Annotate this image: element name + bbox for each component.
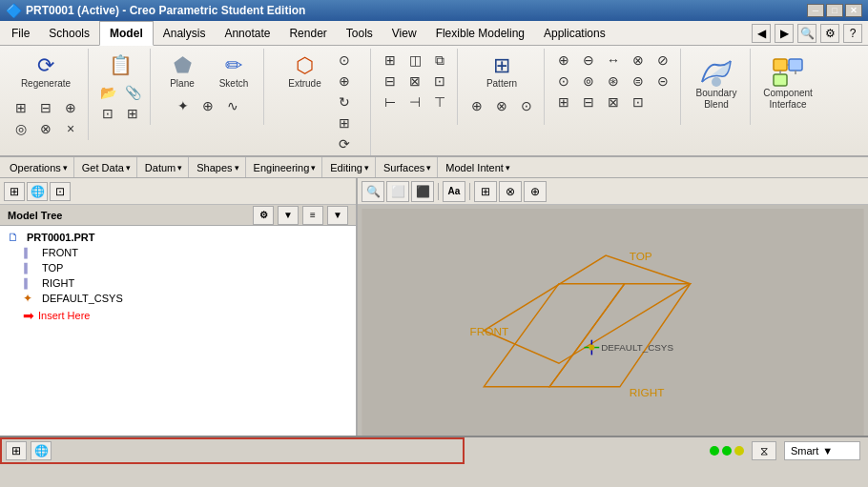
close-button[interactable]: ✕ (845, 4, 862, 17)
edit-btn-9[interactable]: ⊜ (627, 71, 650, 91)
options-btn[interactable]: ⚙ (820, 24, 839, 43)
shapes-sub-2[interactable]: ⊕ (333, 71, 356, 91)
menu-schools[interactable]: Schools (39, 21, 99, 45)
datum-sub-3[interactable]: ∿ (221, 96, 244, 115)
datum-sub-1[interactable]: ✦ (172, 96, 195, 115)
shapes-sub-1[interactable]: ⊙ (333, 51, 356, 70)
edit-btn-5[interactable]: ⊘ (651, 51, 674, 70)
regen-sub-4[interactable]: ◎ (10, 119, 32, 138)
tree-expand-btn[interactable]: ▼ (327, 206, 348, 225)
menu-render[interactable]: Render (279, 21, 336, 45)
tree-dropdown-btn[interactable]: ▼ (278, 206, 299, 225)
sub-shapes[interactable]: Shapes ▾ (191, 157, 245, 177)
edit-btn-1[interactable]: ⊕ (552, 51, 575, 70)
sub-getdata[interactable]: Get Data ▾ (76, 157, 137, 177)
edit-btn-3[interactable]: ↔ (602, 51, 625, 70)
smart-select-dropdown[interactable]: Smart ▼ (784, 441, 860, 460)
eng-btn-6[interactable]: ⊡ (428, 71, 451, 91)
tree-settings-btn[interactable]: ⚙ (253, 206, 274, 225)
plane-button[interactable]: ⬟ Plane (158, 51, 206, 94)
menu-tools[interactable]: Tools (337, 21, 382, 45)
status-globe-btn[interactable]: 🌐 (31, 441, 52, 460)
tree-item-top[interactable]: ∥ TOP (8, 260, 348, 275)
vp-dark-btn[interactable]: ⬛ (411, 181, 434, 202)
status-grid-btn[interactable]: ⊞ (6, 441, 27, 460)
scroll-left-btn[interactable]: ◀ (752, 24, 771, 43)
tree-item-front[interactable]: ∥ FRONT (8, 245, 348, 260)
boundary-blend-button[interactable]: BoundaryBlend (689, 51, 744, 115)
shapes-sub-5[interactable]: ⟳ (333, 134, 356, 153)
getdata-sub-4[interactable]: ⊞ (121, 104, 144, 123)
tree-item-prt0001[interactable]: 🗋 PRT0001.PRT (8, 230, 348, 245)
regenerate-button[interactable]: ⟳ Regenerate (22, 51, 70, 94)
shapes-sub-3[interactable]: ↻ (333, 92, 356, 112)
minimize-button[interactable]: ─ (807, 4, 824, 17)
scroll-right-btn[interactable]: ▶ (775, 24, 794, 43)
sub-surfaces[interactable]: Surfaces ▾ (378, 157, 438, 177)
insert-here-item[interactable]: ➡ Insert Here (8, 306, 348, 325)
eng-btn-2[interactable]: ◫ (403, 51, 426, 70)
vp-cross-btn[interactable]: ⊗ (499, 181, 522, 202)
component-interface-button[interactable]: ComponentInterface (758, 51, 817, 115)
status-filter-btn[interactable]: ⧖ (752, 441, 776, 460)
regen-sub-6[interactable]: × (59, 119, 82, 138)
menu-model[interactable]: Model (99, 21, 154, 46)
tree-menu-btn[interactable]: ≡ (302, 206, 323, 225)
edit-btn-13[interactable]: ⊠ (602, 92, 625, 112)
vp-plus-btn[interactable]: ⊕ (524, 181, 547, 202)
edit-btn-11[interactable]: ⊞ (552, 92, 575, 112)
getdata-sub-1[interactable]: 📂 (96, 83, 119, 102)
edit-btn-6[interactable]: ⊙ (552, 71, 575, 91)
tree-item-csys[interactable]: ✦ DEFAULT_CSYS (8, 291, 348, 306)
edit-btn-12[interactable]: ⊟ (577, 92, 600, 112)
eng-btn-5[interactable]: ⊠ (403, 71, 426, 91)
menu-applications[interactable]: Applications (534, 21, 615, 45)
vp-rect-btn[interactable]: ⬜ (386, 181, 409, 202)
pattern-sub-2[interactable]: ⊗ (490, 96, 513, 115)
menu-view[interactable]: View (382, 21, 426, 45)
getdata-main-btn[interactable]: 📋 (96, 51, 144, 81)
eng-btn-3[interactable]: ⧉ (428, 51, 451, 70)
vp-search-btn[interactable]: 🔍 (362, 181, 384, 202)
eng-btn-7[interactable]: ⊢ (379, 92, 402, 112)
edit-btn-14[interactable]: ⊡ (627, 92, 650, 112)
pattern-sub-3[interactable]: ⊙ (515, 96, 538, 115)
search-btn[interactable]: 🔍 (797, 24, 816, 43)
edit-btn-2[interactable]: ⊖ (577, 51, 600, 70)
regen-sub-1[interactable]: ⊞ (10, 98, 32, 117)
regen-sub-3[interactable]: ⊕ (59, 98, 82, 117)
sub-datum[interactable]: Datum ▾ (139, 157, 189, 177)
panel-btn-table[interactable]: ⊡ (50, 182, 71, 201)
vp-grid-btn[interactable]: ⊞ (474, 181, 497, 202)
panel-btn-grid[interactable]: ⊞ (4, 182, 25, 201)
menu-file[interactable]: File (2, 21, 39, 45)
edit-btn-8[interactable]: ⊛ (602, 71, 625, 91)
model-canvas[interactable]: FRONT TOP RIGHT DEFAULT_CSYS (358, 209, 868, 436)
pattern-sub-1[interactable]: ⊕ (465, 96, 488, 115)
sketch-button[interactable]: ✏ Sketch (210, 51, 258, 94)
menu-flexible[interactable]: Flexible Modeling (426, 21, 534, 45)
eng-btn-9[interactable]: ⊤ (428, 92, 451, 112)
maximize-button[interactable]: □ (826, 4, 843, 17)
pattern-button[interactable]: ⊞ Pattern (478, 51, 526, 94)
edit-btn-4[interactable]: ⊗ (627, 51, 650, 70)
regen-sub-5[interactable]: ⊗ (34, 119, 57, 138)
edit-btn-10[interactable]: ⊝ (651, 71, 674, 91)
sub-modelintent[interactable]: Model Intent ▾ (440, 157, 516, 177)
vp-text-btn[interactable]: Aa (443, 181, 465, 202)
eng-btn-1[interactable]: ⊞ (379, 51, 402, 70)
eng-btn-8[interactable]: ⊣ (403, 92, 426, 112)
window-controls[interactable]: ─ □ ✕ (807, 4, 862, 17)
panel-btn-globe[interactable]: 🌐 (27, 182, 48, 201)
sub-editing[interactable]: Editing ▾ (324, 157, 376, 177)
menu-annotate[interactable]: Annotate (215, 21, 279, 45)
getdata-sub-3[interactable]: ⊡ (96, 104, 119, 123)
sub-operations[interactable]: Operations ▾ (4, 157, 74, 177)
regen-sub-2[interactable]: ⊟ (34, 98, 57, 117)
menu-analysis[interactable]: Analysis (154, 21, 216, 45)
getdata-sub-2[interactable]: 📎 (121, 83, 144, 102)
help-btn[interactable]: ? (843, 24, 862, 43)
edit-btn-7[interactable]: ⊚ (577, 71, 600, 91)
shapes-sub-4[interactable]: ⊞ (333, 113, 356, 132)
datum-sub-2[interactable]: ⊕ (196, 96, 219, 115)
